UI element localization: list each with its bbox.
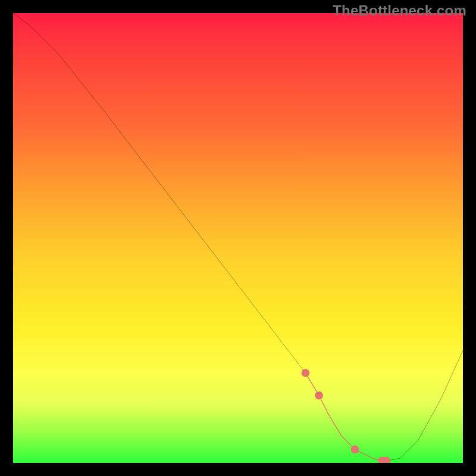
highlight-dot <box>351 446 359 454</box>
highlight-dot <box>302 369 310 377</box>
highlight-dot <box>315 392 323 400</box>
watermark-text: TheBottleneck.com <box>333 2 466 19</box>
chart-frame: TheBottleneck.com <box>0 0 476 476</box>
highlight-dots-layer <box>13 13 463 463</box>
